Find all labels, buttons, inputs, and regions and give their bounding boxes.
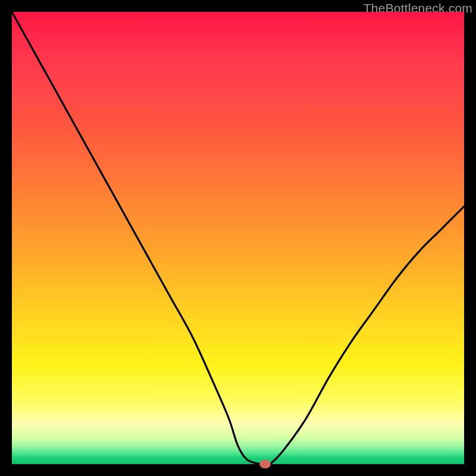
chart-frame: TheBottleneck.com: [0, 0, 476, 476]
bottleneck-curve: [12, 12, 464, 465]
optimum-marker: [260, 460, 271, 468]
curve-svg: [12, 12, 464, 464]
plot-area: [12, 12, 464, 464]
